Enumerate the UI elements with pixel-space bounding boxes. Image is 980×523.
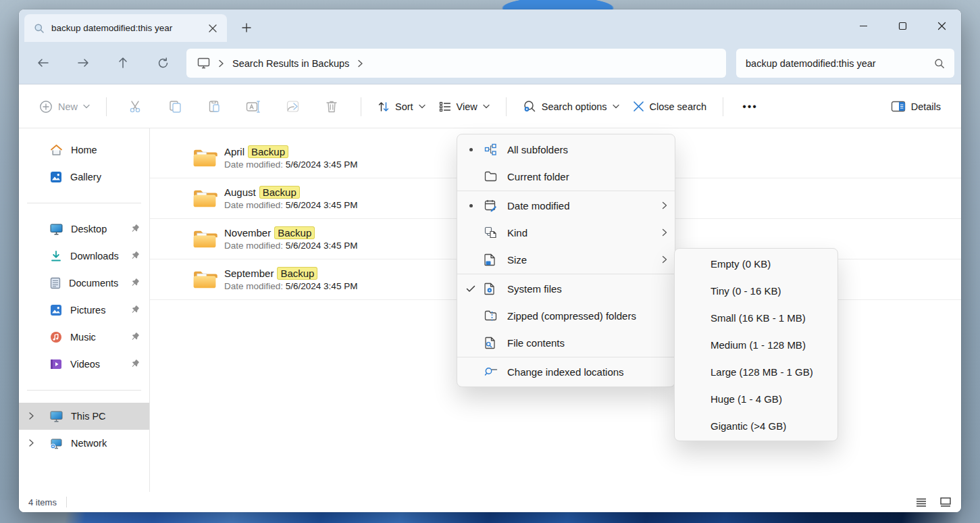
date-label: Date modified: (224, 159, 283, 170)
maximize-button[interactable] (883, 9, 922, 42)
folder-icon (192, 229, 217, 249)
sidebar-item-downloads[interactable]: Downloads (19, 243, 149, 270)
submenu-item-small[interactable]: Small (16 KB - 1 MB) (675, 304, 837, 331)
sidebar-item-label: Downloads (70, 251, 119, 262)
search-options-button[interactable]: Search options (516, 93, 626, 120)
submenu-chevron-icon (654, 255, 675, 264)
sort-button[interactable]: Sort (371, 93, 432, 120)
radio-selected-indicator (457, 204, 484, 207)
sidebar-item-label: Videos (70, 359, 100, 370)
submenu-chevron-icon (654, 228, 675, 236)
paste-button[interactable] (195, 93, 234, 120)
pictures-icon (50, 304, 62, 316)
close-search-button[interactable]: Close search (626, 93, 714, 120)
menu-item-kind[interactable]: Kind (457, 219, 675, 246)
sidebar-item-gallery[interactable]: Gallery (19, 164, 149, 191)
submenu-item-tiny[interactable]: Tiny (0 - 16 KB) (675, 277, 837, 304)
chevron-right-icon[interactable] (218, 59, 224, 68)
file-contents-icon (484, 337, 507, 349)
refresh-button[interactable] (148, 49, 178, 76)
sidebar-item-pictures[interactable]: Pictures (19, 297, 149, 324)
gallery-icon (50, 171, 62, 183)
kind-icon (484, 226, 507, 239)
search-term-highlight: Backup (259, 186, 300, 199)
breadcrumb-location[interactable]: Search Results in Backups (232, 58, 349, 69)
sidebar-item-home[interactable]: Home (19, 136, 149, 164)
view-button[interactable]: View (432, 93, 496, 120)
search-icon[interactable] (934, 58, 945, 69)
submenu-item-empty[interactable]: Empty (0 KB) (675, 250, 837, 277)
network-icon (50, 438, 63, 449)
indexed-locations-icon (484, 366, 507, 377)
navigation-bar: Search Results in Backups (19, 42, 961, 84)
menu-item-change-indexed-locations[interactable]: Change indexed locations (457, 358, 675, 385)
command-toolbar: New (19, 85, 961, 128)
sidebar-item-label: Music (70, 332, 96, 343)
file-date: Date modified: 5/6/2024 3:45 PM (224, 281, 357, 291)
back-button[interactable] (28, 49, 58, 76)
search-term-highlight: Backup (248, 145, 288, 158)
menu-item-date-modified[interactable]: Date modified (457, 192, 675, 219)
menu-item-zipped-folders[interactable]: Zipped (compressed) folders (457, 302, 675, 329)
submenu-item-huge[interactable]: Huge (1 - 4 GB) (675, 385, 837, 412)
trash-icon (325, 99, 338, 114)
copy-button[interactable] (155, 93, 195, 120)
search-box[interactable] (736, 49, 954, 78)
sidebar-item-desktop[interactable]: Desktop (19, 216, 149, 243)
up-button[interactable] (108, 49, 138, 76)
new-button-label: New (58, 101, 78, 112)
breadcrumb[interactable]: Search Results in Backups (186, 49, 726, 78)
sort-button-label: Sort (395, 101, 413, 112)
menu-item-system-files[interactable]: System files (457, 275, 675, 302)
folder-icon (192, 148, 217, 168)
submenu-item-gigantic[interactable]: Gigantic (>4 GB) (675, 412, 837, 439)
menu-item-all-subfolders[interactable]: All subfolders (457, 136, 675, 163)
menu-item-label: Date modified (507, 200, 654, 211)
search-term-highlight: Backup (277, 267, 317, 280)
sidebar-item-documents[interactable]: Documents (19, 270, 149, 297)
check-icon (457, 285, 484, 293)
chevron-right-icon[interactable] (28, 412, 34, 420)
cut-button[interactable] (116, 93, 155, 120)
details-pane-label: Details (911, 101, 941, 112)
chevron-down-icon (83, 104, 90, 109)
thumbnail-view-button[interactable] (937, 494, 954, 510)
sidebar-item-music[interactable]: Music (19, 324, 149, 351)
details-view-button[interactable] (912, 494, 930, 510)
sidebar-item-this-pc[interactable]: This PC (19, 403, 149, 430)
submenu-item-large[interactable]: Large (128 MB - 1 GB) (675, 358, 837, 385)
file-name-text: September (224, 268, 274, 279)
share-button[interactable] (273, 93, 312, 120)
chevron-right-icon[interactable] (357, 59, 363, 68)
submenu-chevron-icon (654, 201, 675, 209)
submenu-item-medium[interactable]: Medium (1 - 128 MB) (675, 331, 837, 358)
system-files-icon (484, 282, 507, 295)
explorer-tab[interactable]: backup datemodified:this year (24, 14, 227, 42)
more-options-button[interactable]: ••• (733, 101, 767, 113)
sidebar-item-videos[interactable]: Videos (19, 351, 149, 378)
menu-item-size[interactable]: Size (457, 246, 675, 273)
sidebar-item-label: Pictures (70, 305, 105, 316)
rename-button[interactable] (234, 93, 273, 120)
toolbar-separator (361, 97, 361, 116)
file-info: AugustBackup Date modified: 5/6/2024 3:4… (224, 186, 357, 210)
sidebar-item-network[interactable]: Network (19, 430, 149, 457)
sidebar-item-label: Network (71, 438, 107, 449)
menu-item-current-folder[interactable]: Current folder (457, 163, 675, 190)
chevron-right-icon[interactable] (28, 439, 34, 447)
minimize-button[interactable] (844, 9, 883, 42)
paste-icon (207, 99, 222, 114)
menu-item-file-contents[interactable]: File contents (457, 329, 675, 356)
tab-close-button[interactable] (204, 20, 222, 37)
close-button[interactable] (922, 9, 961, 42)
search-input[interactable] (736, 58, 934, 69)
chevron-down-icon (419, 104, 425, 109)
sidebar-item-label: This PC (71, 411, 106, 422)
menu-separator (457, 191, 675, 191)
new-button[interactable]: New (32, 93, 97, 120)
menu-item-label: Size (507, 254, 654, 266)
new-tab-button[interactable] (238, 19, 255, 36)
details-pane-button[interactable]: Details (884, 93, 948, 120)
forward-button[interactable] (68, 49, 98, 76)
delete-button[interactable] (312, 93, 351, 120)
